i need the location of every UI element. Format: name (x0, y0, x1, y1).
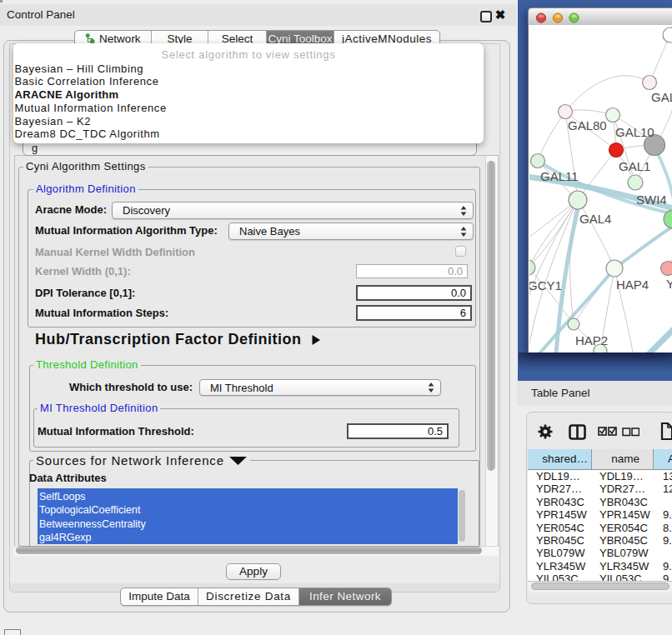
svg-text:GAL1: GAL1 (619, 159, 650, 173)
svg-text:GAL10: GAL10 (615, 125, 654, 139)
svg-text:GAL11: GAL11 (540, 169, 579, 183)
svg-text:GAL80: GAL80 (568, 118, 607, 132)
svg-text:Y: Y (666, 277, 672, 291)
svg-text:HAP4: HAP4 (616, 278, 649, 292)
svg-text:GAL4: GAL4 (579, 212, 611, 226)
svg-text:GCY1: GCY1 (529, 278, 562, 292)
svg-text:HAP2: HAP2 (575, 333, 608, 348)
svg-text:GAL7: GAL7 (651, 90, 672, 104)
svg-text:SWI4: SWI4 (636, 192, 667, 207)
